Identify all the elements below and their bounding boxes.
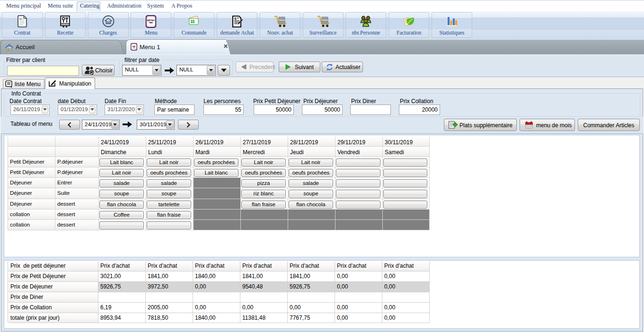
svg-text:$€: $€: [106, 21, 110, 24]
svg-text:$: $: [234, 17, 237, 21]
svg-text:MENU: MENU: [147, 19, 155, 22]
